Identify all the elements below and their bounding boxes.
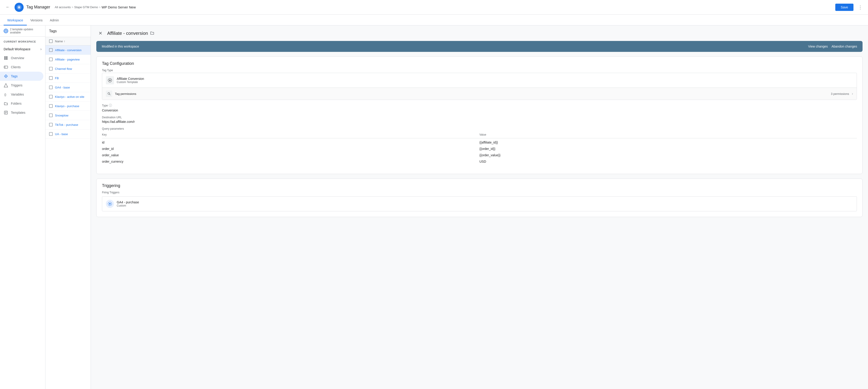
svg-text:{}: {} — [4, 93, 6, 96]
sidebar-item-triggers[interactable]: Triggers — [0, 81, 43, 90]
qp-key: order_currency — [102, 160, 479, 163]
tag-name[interactable]: UA - base — [55, 132, 68, 136]
tags-list: Affiliate - conversion Affiliate - pagev… — [45, 46, 91, 389]
sidebar-item-clients-label: Clients — [11, 65, 21, 69]
svg-marker-12 — [4, 83, 8, 87]
tag-type-label: Tag Type — [102, 69, 857, 72]
svg-line-20 — [110, 94, 111, 95]
tag-row[interactable]: GA4 - base — [45, 83, 91, 92]
abandon-changes-link[interactable]: Abandon changes — [831, 45, 857, 48]
sidebar: 2 template updates available CURRENT WOR… — [0, 26, 45, 389]
tag-name[interactable]: Klaviyo - active on site — [55, 95, 84, 99]
tag-name[interactable]: Klaviyo - purchase — [55, 104, 79, 108]
select-all-checkbox[interactable] — [49, 39, 53, 43]
sidebar-item-variables-label: Variables — [11, 92, 24, 96]
type-help-icon[interactable]: ⓘ — [109, 104, 112, 108]
detail-folder-icon[interactable] — [150, 30, 154, 36]
tag-row[interactable]: Affiliate - conversion — [45, 46, 91, 55]
tag-type-info: Affiliate Conversion Custom Template — [117, 77, 853, 84]
view-changes-link[interactable]: View changes — [808, 45, 828, 48]
app-name: Tag Manager — [26, 5, 50, 9]
trigger-icon — [106, 200, 114, 208]
breadcrumb-account[interactable]: Stape GTM Demo — [74, 5, 98, 9]
permissions-arrow-icon[interactable]: › — [852, 92, 853, 96]
tag-checkbox[interactable] — [49, 95, 53, 99]
qp-val: {{order_value}} — [479, 153, 857, 157]
workspace-selector[interactable]: Default Workspace › — [0, 45, 45, 53]
tag-checkbox[interactable] — [49, 123, 53, 127]
templates-icon — [4, 110, 8, 115]
more-menu-button[interactable]: ⋮ — [856, 3, 864, 11]
tag-name[interactable]: Snowplow — [55, 114, 68, 117]
trigger-row[interactable]: GA4 - purchase Custom — [102, 197, 857, 211]
app-logo — [14, 3, 24, 12]
save-button[interactable]: Save — [835, 4, 854, 11]
tag-name[interactable]: Channel flow — [55, 67, 72, 71]
qp-val-col: Value — [479, 133, 857, 136]
svg-rect-6 — [4, 58, 6, 60]
tab-admin[interactable]: Admin — [46, 16, 62, 26]
tag-row[interactable]: Channel flow — [45, 64, 91, 74]
tag-row[interactable]: UA - base — [45, 130, 91, 139]
tab-workspace[interactable]: Workspace — [4, 16, 27, 26]
tag-row[interactable]: Klaviyo - purchase — [45, 102, 91, 111]
svg-point-19 — [108, 92, 110, 94]
sidebar-item-variables[interactable]: {} Variables — [0, 90, 43, 99]
tag-name[interactable]: Affiliate - conversion — [55, 49, 82, 52]
sidebar-item-overview[interactable]: Overview — [0, 53, 43, 62]
tag-checkbox[interactable] — [49, 58, 53, 61]
detail-close-bar: ✕ Affiliate - conversion — [91, 26, 868, 37]
sidebar-item-folders[interactable]: Folders — [0, 99, 43, 108]
svg-rect-8 — [4, 66, 8, 68]
tag-checkbox[interactable] — [49, 76, 53, 80]
tag-checkbox[interactable] — [49, 104, 53, 108]
tag-row[interactable]: FB — [45, 74, 91, 83]
tag-checkbox[interactable] — [49, 48, 53, 52]
tag-type-box[interactable]: Affiliate Conversion Custom Template — [102, 73, 857, 100]
tag-name[interactable]: FB — [55, 77, 59, 80]
tag-checkbox[interactable] — [49, 113, 53, 117]
breadcrumb-all-accounts[interactable]: All accounts — [55, 5, 71, 9]
tag-name[interactable]: TikTok - purchase — [55, 123, 78, 127]
trigger-info: GA4 - purchase Custom — [117, 200, 139, 207]
qp-key-col: Key — [102, 133, 479, 136]
detail-panel: ✕ Affiliate - conversion Modified in thi… — [91, 26, 868, 389]
triggers-icon — [4, 83, 8, 88]
main-layout: 2 template updates available CURRENT WOR… — [0, 26, 868, 389]
tag-row[interactable]: TikTok - purchase — [45, 120, 91, 130]
qp-key: order_id — [102, 147, 479, 150]
tags-panel-header: Tags — [45, 26, 91, 37]
tag-row[interactable]: Affiliate - pageview — [45, 55, 91, 64]
sidebar-item-clients[interactable]: Clients — [0, 62, 43, 72]
dest-url-value: https://ad.affiliate.com/r — [102, 120, 857, 123]
triggering-title: Triggering — [96, 179, 862, 191]
qp-val: {{order_id}} — [479, 147, 857, 150]
tag-name[interactable]: GA4 - base — [55, 86, 70, 89]
topbar: ← Tag Manager All accounts > Stape GTM D… — [0, 0, 868, 15]
tags-icon — [4, 74, 8, 79]
tag-row[interactable]: Klaviyo - active on site — [45, 92, 91, 102]
qp-row: order_value {{order_value}} — [102, 152, 857, 158]
tag-checkbox[interactable] — [49, 67, 53, 71]
close-button[interactable]: ✕ — [96, 29, 104, 37]
tag-name[interactable]: Affiliate - pageview — [55, 58, 80, 61]
trigger-name: GA4 - purchase — [117, 200, 139, 204]
back-button[interactable]: ← — [4, 3, 12, 11]
svg-point-11 — [5, 76, 6, 77]
tag-row[interactable]: Snowplow — [45, 111, 91, 120]
triggering-body: Firing Triggers GA4 - p — [96, 191, 862, 217]
qp-val: USD — [479, 160, 857, 163]
qp-key: id — [102, 141, 479, 144]
sidebar-item-tags[interactable]: Tags — [0, 72, 43, 81]
qp-row: id {{affiliate_id}} — [102, 139, 857, 146]
tag-config-body: Tag Type — [96, 69, 862, 174]
tag-checkbox[interactable] — [49, 132, 53, 136]
update-notice[interactable]: 2 template updates available — [0, 26, 45, 37]
tag-checkbox[interactable] — [49, 86, 53, 89]
sidebar-item-triggers-label: Triggers — [11, 83, 23, 87]
tab-versions[interactable]: Versions — [27, 16, 46, 26]
tag-permissions-row[interactable]: Tag permissions 3 permissions › — [102, 88, 857, 100]
qp-row: order_currency USD — [102, 158, 857, 165]
svg-rect-4 — [4, 56, 6, 58]
sidebar-item-templates[interactable]: Templates — [0, 108, 43, 117]
